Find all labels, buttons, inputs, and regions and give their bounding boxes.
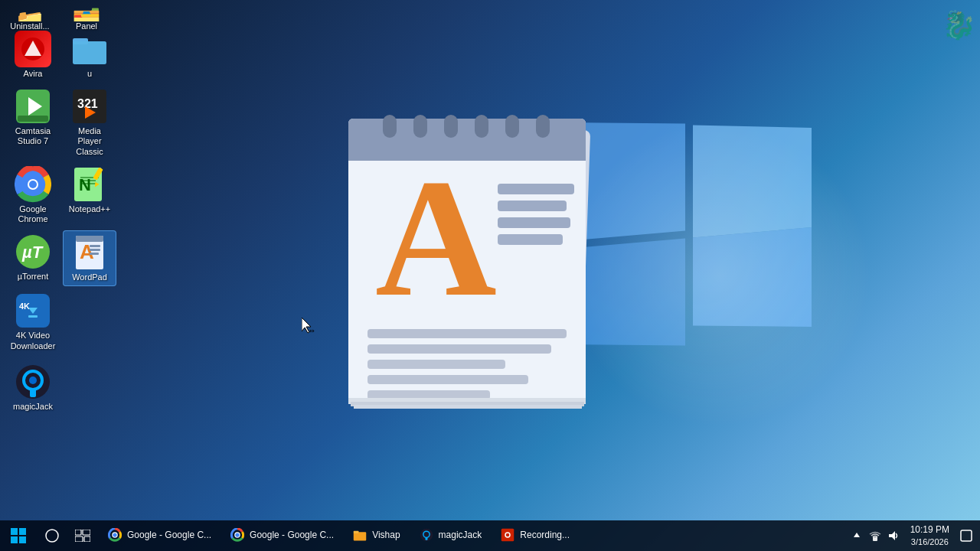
svg-rect-26: [80, 183, 97, 184]
desktop-icon-camtasia[interactable]: Camtasia Studio 7: [6, 85, 60, 160]
taskbar-search-button[interactable]: [37, 520, 67, 551]
svg-rect-51: [413, 115, 427, 138]
taskbar-recording-icon: [500, 527, 515, 543]
tray-volume-icon[interactable]: [886, 528, 901, 543]
svg-rect-39: [28, 315, 38, 318]
svg-marker-92: [854, 533, 860, 537]
taskbar-item-magicjack[interactable]: magicJack: [410, 520, 492, 551]
svg-point-91: [506, 533, 510, 537]
svg-point-4: [567, 122, 873, 429]
desktop: 🐉 📁 Uninstall... 🗂️ Panel: [0, 0, 980, 551]
desktop-icon-4kvd[interactable]: 4K 4K Video Downloader: [6, 289, 60, 354]
desktop-icon-magicjack[interactable]: magicJack: [6, 360, 60, 415]
svg-rect-71: [11, 528, 18, 535]
svg-rect-25: [80, 180, 96, 181]
u-folder-icon: [71, 31, 108, 67]
mouse-cursor: ⇔: [302, 318, 315, 334]
svg-rect-13: [18, 116, 48, 122]
svg-rect-93: [873, 537, 877, 541]
svg-marker-94: [889, 531, 895, 540]
svg-text:A: A: [80, 240, 94, 263]
taskbar-item-recording[interactable]: Recording...: [491, 520, 579, 551]
svg-rect-53: [475, 115, 488, 138]
taskbar-task-view-button[interactable]: [67, 520, 98, 551]
svg-marker-69: [302, 318, 311, 333]
taskbar-vishap-icon: [352, 527, 368, 543]
svg-rect-73: [11, 536, 18, 543]
svg-rect-36: [90, 253, 99, 255]
taskbar-chrome1-icon: [107, 527, 122, 543]
svg-rect-60: [498, 234, 563, 245]
magicjack-icon: [15, 364, 51, 400]
svg-rect-50: [383, 115, 397, 138]
taskbar-items-area: Google - Google C... Google - Google C..…: [98, 520, 843, 551]
svg-rect-63: [368, 360, 505, 369]
svg-rect-55: [536, 115, 550, 138]
svg-rect-57: [498, 184, 574, 194]
svg-text:4K: 4K: [19, 302, 30, 311]
desktop-icon-wordpad[interactable]: A WordPad: [63, 230, 116, 286]
system-tray: 10:19 PM 3/16/2026: [843, 523, 980, 548]
svg-rect-95: [961, 530, 972, 541]
svg-rect-64: [368, 375, 528, 384]
svg-rect-79: [84, 536, 90, 542]
tray-action-center-icon[interactable]: [959, 528, 974, 543]
clock-date: 3/16/2026: [911, 536, 949, 548]
taskbar-item-chrome1[interactable]: Google - Google C...: [98, 520, 220, 551]
svg-text:🐉: 🐉: [942, 8, 976, 41]
svg-point-43: [29, 377, 37, 384]
svg-rect-58: [498, 201, 567, 211]
desktop-icon-chrome[interactable]: Google Chrome: [6, 163, 60, 227]
desktop-icon-media-player[interactable]: 321 Media Player Classic: [63, 85, 116, 160]
camtasia-icon: [15, 88, 51, 125]
taskbar-magicjack-icon: [419, 527, 434, 543]
desktop-icon-notepadpp[interactable]: N Notepad++: [63, 163, 116, 227]
4kvd-icon: 4K: [15, 292, 51, 329]
taskbar: Google - Google C... Google - Google C..…: [0, 520, 980, 551]
chrome-icon: [15, 166, 51, 203]
svg-rect-61: [368, 329, 567, 338]
svg-rect-77: [83, 530, 90, 535]
svg-rect-59: [498, 217, 570, 228]
taskbar-chrome2-icon: [230, 527, 245, 543]
avira-icon: [15, 31, 51, 67]
svg-rect-76: [75, 530, 81, 535]
desktop-icon-u[interactable]: u: [63, 28, 116, 82]
taskbar-clock[interactable]: 10:19 PM 3/16/2026: [904, 523, 956, 548]
svg-text:A: A: [375, 145, 497, 331]
svg-point-83: [235, 533, 239, 536]
svg-text:µT: µT: [21, 243, 44, 262]
svg-rect-35: [90, 249, 100, 251]
svg-rect-84: [354, 532, 367, 540]
tray-expand-icon[interactable]: [849, 528, 864, 543]
utorrent-icon: µT: [15, 233, 51, 270]
svg-point-21: [29, 181, 37, 188]
notepadpp-icon: N: [71, 166, 108, 203]
svg-rect-74: [19, 536, 26, 543]
mpc-icon: 321: [71, 88, 108, 125]
svg-point-81: [113, 533, 116, 536]
svg-rect-62: [368, 344, 551, 354]
tray-network-icon[interactable]: [867, 528, 883, 543]
svg-rect-68: [354, 405, 582, 409]
svg-rect-34: [90, 245, 100, 247]
desktop-icon-avira[interactable]: Avira: [6, 28, 60, 82]
desktop-icon-utorrent[interactable]: µT µTorrent: [6, 230, 60, 286]
dragon-logo-icon: 🐉: [938, 4, 976, 42]
svg-rect-88: [425, 537, 427, 540]
svg-text:⇔: ⇔: [309, 328, 315, 334]
big-wordpad-icon[interactable]: A: [329, 73, 612, 417]
svg-point-75: [46, 530, 58, 542]
taskbar-item-chrome2[interactable]: Google - Google C...: [220, 520, 343, 551]
svg-rect-52: [444, 115, 458, 138]
wordpad-small-icon: A: [71, 234, 108, 271]
svg-rect-10: [73, 41, 106, 64]
start-button[interactable]: [0, 520, 37, 551]
taskbar-item-vishap[interactable]: Vishap: [343, 520, 409, 551]
svg-rect-85: [354, 531, 359, 533]
svg-rect-78: [75, 536, 83, 542]
svg-rect-72: [19, 528, 26, 535]
desktop-icon-area: Avira u: [0, 21, 122, 421]
clock-time: 10:19 PM: [910, 523, 949, 536]
svg-rect-54: [505, 115, 519, 138]
